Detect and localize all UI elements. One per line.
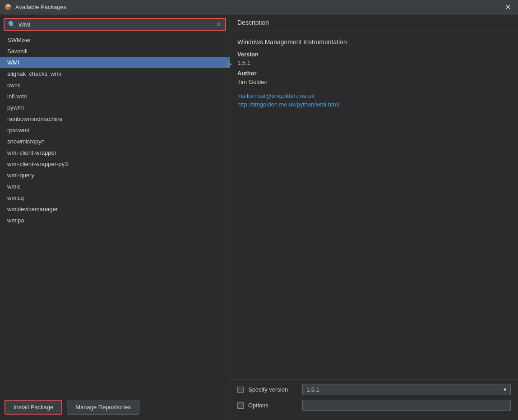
version-value: 1.5.1 <box>237 60 511 66</box>
specify-version-row: Specify version 1.5.1 ▾ <box>237 384 511 395</box>
list-item[interactable]: wmi-client-wrapper <box>0 147 230 158</box>
version-dropdown-value: 1.5.1 <box>306 386 319 393</box>
package-full-name: Windows Management Instrumentation <box>237 38 511 46</box>
left-panel: 🔍 ✕ SWMixerSawmillWMIalignak_checks_wmic… <box>0 14 230 420</box>
website-link[interactable]: http://timgolden.me.uk/python/wmi.html <box>237 101 511 108</box>
version-dropdown[interactable]: 1.5.1 ▾ <box>302 384 511 395</box>
refresh-button[interactable]: ⟳ <box>224 59 234 71</box>
install-package-button[interactable]: Install Package <box>5 400 62 415</box>
close-button[interactable]: ✕ <box>502 2 513 12</box>
manage-repositories-button[interactable]: Manage Repositories <box>67 400 139 415</box>
list-item[interactable]: SWMixer <box>0 34 230 46</box>
search-clear-button[interactable]: ✕ <box>216 21 222 28</box>
titlebar-title: Available Packages <box>15 4 66 10</box>
description-header: Description <box>230 14 518 31</box>
titlebar-left: 📦 Available Packages <box>5 4 66 11</box>
author-label: Author <box>237 70 511 77</box>
search-input[interactable] <box>18 21 213 28</box>
list-item[interactable]: pywmi <box>0 102 230 113</box>
specify-version-label: Specify version <box>248 386 298 393</box>
list-item[interactable]: wmi-query <box>0 170 230 181</box>
email-link[interactable]: mailto:mail@timgolden.me.uk <box>237 92 511 99</box>
search-icon: 🔍 <box>8 21 16 28</box>
list-item[interactable]: WMI <box>0 57 230 68</box>
options-area: Specify version 1.5.1 ▾ Options <box>230 379 518 420</box>
list-item[interactable]: wmipa <box>0 215 230 226</box>
titlebar: 📦 Available Packages ✕ <box>0 0 518 14</box>
list-item[interactable]: alignak_checks_wmi <box>0 68 230 79</box>
list-item[interactable]: infi.wmi <box>0 91 230 102</box>
list-item[interactable]: rainbowmindmachine <box>0 113 230 125</box>
app-icon: 📦 <box>5 4 12 11</box>
options-label: Options <box>248 402 298 409</box>
options-row: Options <box>237 400 511 411</box>
author-value: Tim Golden <box>237 78 511 85</box>
options-input[interactable] <box>302 400 511 411</box>
left-panel-bottom: Install Package Manage Repositories <box>0 394 230 420</box>
list-item[interactable]: cwmi <box>0 79 230 91</box>
search-bar: 🔍 ✕ <box>4 18 226 31</box>
list-item[interactable]: wmi-client-wrapper-py3 <box>0 158 230 170</box>
list-item[interactable]: wmic <box>0 181 230 192</box>
options-checkbox[interactable] <box>237 402 244 409</box>
package-list: SWMixerSawmillWMIalignak_checks_wmicwmii… <box>0 34 230 394</box>
list-item[interactable]: wmidevicemanager <box>0 203 230 215</box>
list-item[interactable]: snowmicropyn <box>0 136 230 147</box>
list-item[interactable]: rpsowmi <box>0 125 230 136</box>
list-item[interactable]: Sawmill <box>0 46 230 57</box>
list-item[interactable]: wmicq <box>0 192 230 203</box>
version-label: Version <box>237 51 511 58</box>
right-panel: Description Windows Management Instrumen… <box>230 14 518 420</box>
chevron-down-icon: ▾ <box>504 386 507 393</box>
specify-version-checkbox[interactable] <box>237 387 244 393</box>
links-section: mailto:mail@timgolden.me.uk http://timgo… <box>237 92 511 108</box>
description-content: Windows Management Instrumentation Versi… <box>230 31 518 379</box>
